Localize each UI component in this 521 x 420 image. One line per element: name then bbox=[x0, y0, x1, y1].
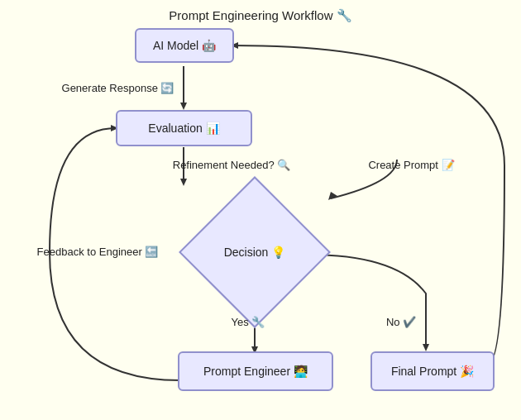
yes-label: Yes 🔧 bbox=[211, 312, 285, 332]
final-prompt-node: Final Prompt 🎉 bbox=[370, 351, 495, 391]
svg-marker-6 bbox=[423, 344, 429, 351]
svg-marker-3 bbox=[180, 179, 187, 186]
svg-marker-1 bbox=[180, 103, 187, 110]
ai-model-node: AI Model 🤖 bbox=[135, 28, 234, 63]
decision-label: Decision 💡 bbox=[201, 198, 308, 306]
create-prompt-label: Create Prompt 📝 bbox=[343, 153, 480, 176]
evaluation-node: Evaluation 📊 bbox=[116, 110, 252, 146]
refinement-needed-label: Refinement Needed? 🔍 bbox=[145, 153, 318, 176]
no-label: No ✔️ bbox=[364, 312, 438, 332]
diagram-container: Prompt Engineering Workflow 🔧 AI Model 🤖… bbox=[0, 0, 521, 420]
feedback-label: Feedback to Engineer 🔙 bbox=[15, 240, 180, 263]
decision-node: Decision 💡 bbox=[201, 198, 308, 306]
generate-response-label: Generate Response 🔄 bbox=[45, 76, 190, 99]
prompt-engineer-node: Prompt Engineer 🧑‍💻 bbox=[178, 351, 333, 391]
svg-marker-9 bbox=[328, 192, 337, 200]
diagram-title: Prompt Engineering Workflow 🔧 bbox=[0, 0, 521, 23]
